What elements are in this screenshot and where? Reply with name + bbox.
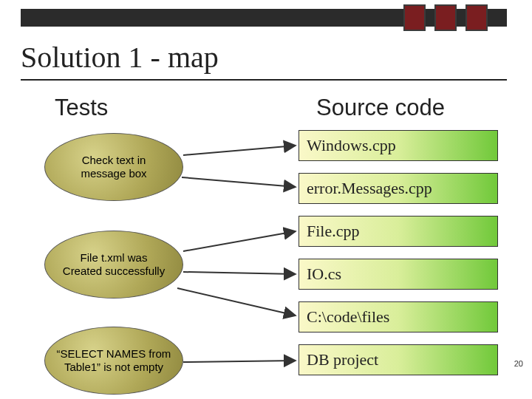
test-bubble-label: File t.xml wasCreated successfully — [63, 251, 165, 278]
source-box-label: DB project — [307, 350, 378, 369]
deco-box — [403, 4, 426, 31]
svg-line-0 — [183, 146, 296, 155]
source-box-label: Windows.cpp — [307, 136, 396, 155]
source-box-label: IO.cs — [307, 265, 341, 284]
column-heading-tests: Tests — [55, 95, 108, 121]
test-bubble-label: Check text inmessage box — [81, 154, 146, 180]
slide: Solution 1 - map Tests Source code Check… — [0, 0, 532, 399]
test-bubble: File t.xml wasCreated successfully — [44, 231, 183, 299]
source-box: error.Messages.cpp — [299, 173, 498, 204]
source-box: IO.cs — [299, 259, 498, 290]
source-box-label: C:\code\files — [307, 307, 389, 327]
deco-box — [466, 4, 488, 31]
deco-box — [434, 4, 457, 31]
source-box: File.cpp — [299, 216, 498, 247]
svg-line-1 — [182, 177, 296, 187]
test-bubble: Check text inmessage box — [44, 133, 183, 201]
source-box-label: error.Messages.cpp — [307, 179, 432, 198]
svg-line-3 — [183, 272, 296, 274]
column-heading-source: Source code — [316, 95, 445, 121]
svg-line-5 — [183, 361, 296, 362]
svg-line-2 — [183, 231, 296, 251]
source-box: Windows.cpp — [299, 130, 498, 161]
slide-title: Solution 1 - map — [21, 40, 507, 81]
top-decoration — [21, 4, 507, 31]
test-bubble-label: “SELECT NAMES fromTable1” is not empty — [57, 347, 171, 374]
source-box: C:\code\files — [299, 301, 498, 332]
test-bubble: “SELECT NAMES fromTable1” is not empty — [44, 327, 183, 395]
page-number: 20 — [514, 359, 523, 368]
source-box-label: File.cpp — [307, 222, 360, 241]
source-box: DB project — [299, 344, 498, 375]
svg-line-4 — [177, 288, 296, 316]
